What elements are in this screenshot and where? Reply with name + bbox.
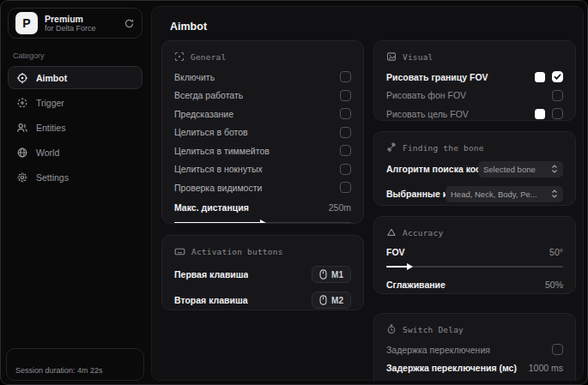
dropdown-row: Алгоритм поиска кост Selected bone: [386, 159, 563, 179]
dropdown-value: Head, Neck, Body, Pe...: [451, 189, 537, 199]
setting-row: Проверка видимости: [174, 178, 351, 197]
keybind-row: Первая клавиша M1: [174, 263, 351, 286]
category-label: Category: [13, 51, 137, 60]
checkbox-switch-delay[interactable]: [552, 344, 563, 355]
dropdown-row: Выбранные кос Head, Neck, Body, Pe...: [386, 183, 563, 204]
sidebar-item-entities[interactable]: Entities: [8, 116, 142, 139]
slider-thumb[interactable]: [260, 220, 266, 224]
panel-activation-buttons: Activation buttons Первая клавиша M1 Вто…: [161, 235, 364, 310]
checkbox-prediction[interactable]: [340, 108, 351, 119]
slider-value: 50°: [549, 247, 563, 257]
crosshair-icon: [16, 72, 28, 84]
session-duration-box: Session duration: 4m 22s: [6, 348, 144, 381]
dropdown-label: Алгоритм поиска кост: [386, 164, 478, 174]
panel-title: Switch Delay: [403, 325, 464, 334]
checkbox-target-teammates[interactable]: [340, 145, 351, 156]
setting-row: Рисовать фон FOV: [386, 87, 563, 105]
checkbox-draw-fov-target[interactable]: [552, 108, 563, 119]
slider-value: 1000 ms: [529, 363, 563, 373]
slider-label: Макс. дистанция: [174, 202, 249, 213]
setting-label: Предсказание: [174, 109, 233, 119]
setting-row: Предсказание: [174, 105, 351, 123]
checkbox-always-work[interactable]: [340, 90, 351, 101]
sidebar-item-world[interactable]: World: [8, 141, 142, 164]
sidebar-item-settings[interactable]: Settings: [8, 165, 142, 189]
sidebar-item-label: Settings: [36, 172, 69, 183]
brand-logo: P: [15, 12, 38, 34]
keybind-button-first[interactable]: M1: [312, 266, 351, 283]
page-title: Aimbot: [170, 21, 207, 33]
panel-finding-bone: Finding the bone Алгоритм поиска кост Se…: [373, 131, 576, 206]
mouse-icon: [319, 269, 327, 280]
checkbox-target-bots[interactable]: [340, 127, 351, 138]
panel-accuracy-header: Accuracy: [386, 226, 563, 238]
setting-label: Целиться в тиммейтов: [174, 146, 270, 156]
trigger-icon: [16, 97, 28, 109]
sidebar-item-label: Entities: [36, 123, 65, 133]
checkbox-enable[interactable]: [340, 71, 351, 82]
color-swatch-fov-border[interactable]: [535, 72, 545, 82]
sidebar-item-label: Aimbot: [36, 73, 67, 83]
color-swatch-fov-target[interactable]: [535, 109, 545, 119]
panel-activation-header: Activation buttons: [174, 245, 351, 257]
globe-icon: [16, 147, 28, 159]
sidebar-item-label: World: [36, 147, 59, 158]
keybind-value: M2: [331, 296, 343, 305]
chevron-expand-icon: [551, 165, 558, 173]
slider-thumb[interactable]: [403, 380, 409, 381]
setting-row: Рисовать цель FOV: [386, 105, 563, 121]
triangle-icon: [386, 227, 397, 238]
setting-row: Задержка переключения: [386, 340, 563, 359]
checkbox-visibility-check[interactable]: [340, 182, 351, 193]
panel-title: General: [191, 52, 226, 62]
max-distance-slider[interactable]: [174, 220, 351, 224]
slider-track: [386, 266, 563, 268]
panel-title: Activation buttons: [191, 247, 283, 256]
setting-label: Целиться в нокнутых: [174, 164, 263, 174]
checkbox-target-knocked[interactable]: [340, 164, 351, 175]
slider-label: Сглаживание: [386, 280, 446, 290]
checkbox-draw-fov-border[interactable]: [552, 71, 563, 82]
sidebar-item-label: Trigger: [36, 98, 64, 108]
setting-label: Задержка переключения: [386, 345, 490, 355]
panel-general-header: General: [174, 51, 351, 63]
stopwatch-icon: [386, 324, 397, 334]
slider-value: 250m: [329, 202, 351, 213]
panel-title: Finding the bone: [403, 143, 484, 153]
keybind-label: Вторая клавиша: [174, 295, 248, 305]
panel-switch-delay: Switch Delay Задержка переключения Задер…: [373, 313, 576, 381]
sidebar: P Premium for Delta Force Category Aimbo…: [1, 1, 149, 384]
keybind-value: M1: [331, 270, 343, 280]
sidebar-item-aimbot[interactable]: Aimbot: [8, 66, 142, 89]
fov-slider[interactable]: [386, 263, 563, 270]
selected-bones-dropdown[interactable]: Head, Neck, Body, Pe...: [446, 186, 563, 202]
setting-label: Рисовать границу FOV: [386, 72, 488, 82]
setting-label: Всегда работать: [174, 90, 243, 100]
sidebar-item-trigger[interactable]: Trigger: [8, 91, 142, 114]
brand-card: P Premium for Delta Force: [8, 8, 142, 39]
panel-visual-header: Visual: [386, 51, 563, 63]
control-group: [535, 71, 563, 82]
scan-icon: [174, 51, 185, 62]
keybind-button-second[interactable]: M2: [312, 292, 351, 309]
setting-label: Включить: [174, 72, 215, 82]
slider-thumb[interactable]: [407, 263, 413, 270]
control-group: [552, 90, 563, 101]
bone-algorithm-dropdown[interactable]: Selected bone: [478, 161, 563, 177]
checkbox-draw-fov-background[interactable]: [552, 90, 563, 101]
slider-row: Макс. дистанция 250m: [174, 199, 351, 218]
setting-label: Рисовать цель FOV: [386, 109, 469, 119]
refresh-icon[interactable]: [124, 18, 135, 29]
switch-delay-slider[interactable]: [386, 380, 563, 381]
slider-row: Сглаживание 50%: [386, 276, 563, 293]
setting-row: Включить: [174, 68, 351, 87]
app-window: P Premium for Delta Force Category Aimbo…: [0, 0, 588, 385]
bone-icon: [386, 142, 397, 153]
entities-icon: [16, 122, 28, 134]
slider-row: Задержка переключения (мс) 1000 ms: [386, 359, 563, 378]
panel-bone-header: Finding the bone: [386, 141, 563, 153]
session-duration-text: Session duration: 4m 22s: [15, 366, 103, 375]
dropdown-value: Selected bone: [483, 165, 536, 174]
mouse-icon: [319, 295, 327, 305]
keybind-row: Вторая клавиша M2: [174, 289, 351, 310]
